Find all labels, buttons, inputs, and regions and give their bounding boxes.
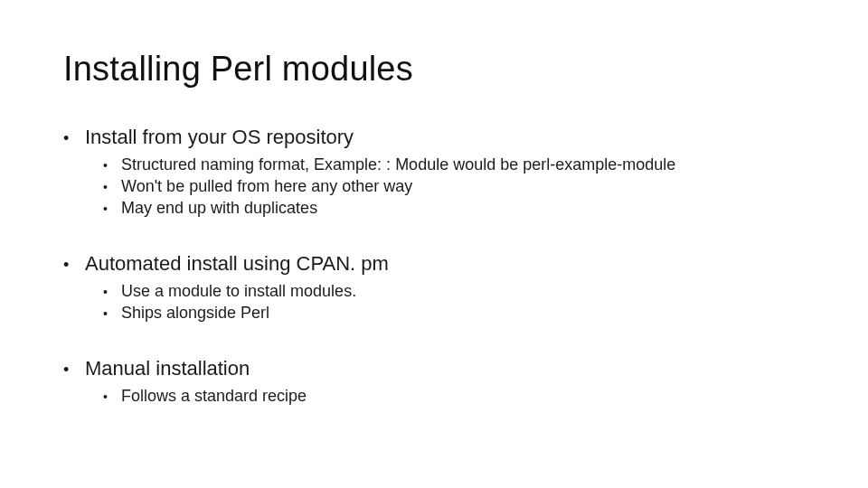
bullet-icon: • [103,201,121,218]
list-item-text: May end up with duplicates [121,197,317,219]
list-item: • Follows a standard recipe [103,385,805,407]
sub-list: • Use a module to install modules. • Shi… [103,280,805,324]
list-item: • Ships alongside Perl [103,302,805,324]
list-item: • Use a module to install modules. [103,280,805,302]
section-heading-line: • Manual installation [63,356,805,381]
bullet-icon: • [103,305,121,323]
section: • Manual installation • Follows a standa… [63,356,805,407]
bullet-icon: • [103,389,121,406]
bullet-icon: • [63,360,85,380]
sub-list: • Structured naming format, Example: : M… [103,154,805,220]
list-item-text: Won't be pulled from here any other way [121,175,412,197]
list-item-text: Ships alongside Perl [121,302,269,324]
slide: Installing Perl modules • Install from y… [0,0,868,488]
bullet-icon: • [103,284,121,301]
list-item: • Structured naming format, Example: : M… [103,154,805,175]
list-item: • May end up with duplicates [103,197,805,219]
list-item-text: Use a module to install modules. [121,280,356,302]
bullet-icon: • [63,128,85,149]
list-item-text: Follows a standard recipe [121,385,307,407]
section-heading: Install from your OS repository [85,125,354,150]
bullet-list: • Install from your OS repository • Stru… [63,125,805,407]
bullet-icon: • [103,157,121,174]
bullet-icon: • [103,179,121,196]
section-heading-line: • Install from your OS repository [63,125,805,150]
sub-list: • Follows a standard recipe [103,385,805,407]
bullet-icon: • [63,255,85,276]
slide-title: Installing Perl modules [63,50,805,89]
list-item: • Won't be pulled from here any other wa… [103,175,805,197]
list-item-text: Structured naming format, Example: : Mod… [121,154,675,175]
section-heading-line: • Automated install using CPAN. pm [63,251,805,277]
section-heading: Automated install using CPAN. pm [85,251,389,277]
section: • Automated install using CPAN. pm • Use… [63,251,805,324]
section-heading: Manual installation [85,356,250,381]
section: • Install from your OS repository • Stru… [63,125,805,219]
